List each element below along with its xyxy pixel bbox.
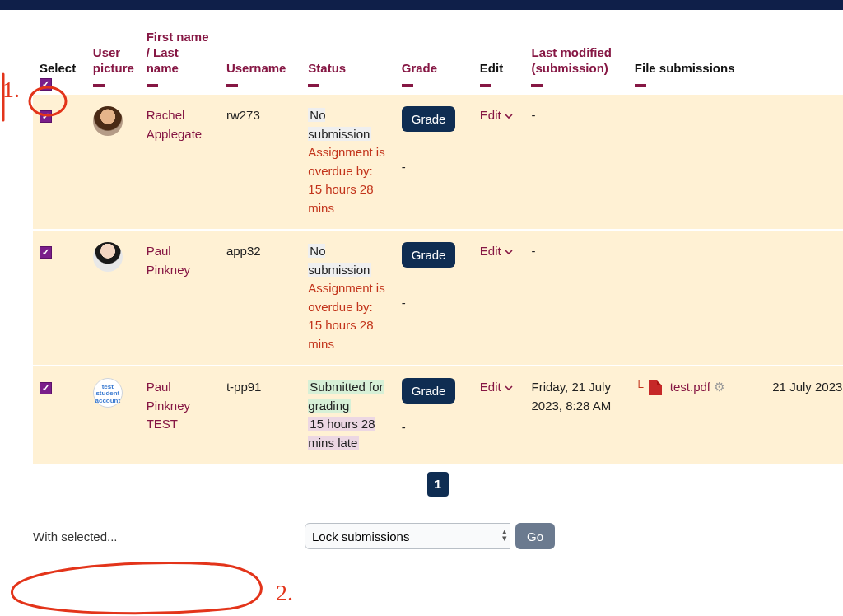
grade-cell: Grade -: [395, 230, 473, 366]
status-overdue: Assignment is overdue by: 15 hours 28 mi…: [308, 281, 384, 351]
avatar[interactable]: [93, 106, 123, 136]
col-grade-label: Grade: [402, 61, 437, 75]
extra-date-cell: 21 July 2023, 8: [766, 366, 843, 464]
col-modified-header[interactable]: Last modified (submission): [524, 25, 627, 94]
collapse-icon[interactable]: [226, 84, 238, 87]
col-name-header[interactable]: First name / Last name: [140, 25, 220, 94]
grade-button[interactable]: Grade: [402, 242, 456, 268]
col-username-label: Username: [226, 61, 286, 75]
student-name-link[interactable]: Paul Pinkney TEST: [147, 380, 190, 431]
submissions-table: Select User picture First name / Last na…: [33, 25, 843, 464]
edit-menu-link[interactable]: Edit: [480, 380, 513, 394]
with-selected-bar: With selected... Lock submissions ▴▾ Go: [33, 516, 843, 549]
row-checkbox[interactable]: [40, 246, 52, 259]
status-cell: No submission Assignment is overdue by: …: [301, 94, 394, 230]
tree-icon: └: [635, 380, 644, 394]
grade-value: -: [402, 158, 467, 177]
col-picture-header[interactable]: User picture: [86, 25, 140, 94]
grade-value: -: [402, 418, 467, 437]
chevron-down-icon: [505, 112, 513, 120]
status-overdue: Assignment is overdue by: 15 hours 28 mi…: [308, 145, 384, 215]
svg-text:2.: 2.: [276, 580, 293, 605]
with-selected-label: With selected...: [33, 530, 305, 544]
table-row: Rachel Applegate rw273 No submission Ass…: [33, 94, 843, 230]
files-cell: [628, 230, 766, 366]
col-select-label: Select: [40, 61, 76, 75]
status-late: 15 hours 28 mins late: [308, 417, 375, 450]
grade-button[interactable]: Grade: [402, 378, 456, 404]
top-nav-bar: [0, 0, 843, 10]
row-checkbox[interactable]: [40, 382, 52, 394]
page-current[interactable]: 1: [427, 472, 449, 497]
col-edit-header[interactable]: Edit: [473, 25, 525, 94]
grade-cell: Grade -: [395, 94, 473, 230]
col-extra-header: [766, 25, 843, 94]
avatar[interactable]: [93, 242, 123, 272]
collapse-icon[interactable]: [402, 84, 413, 87]
table-header-row: Select User picture First name / Last na…: [33, 25, 843, 94]
col-edit-label: Edit: [480, 61, 503, 75]
col-picture-label: User picture: [93, 45, 134, 75]
modified-cell: -: [524, 94, 627, 230]
col-files-label: File submissions: [635, 61, 735, 75]
modified-cell: Friday, 21 July 2023, 8:28 AM: [524, 366, 627, 464]
student-name-link[interactable]: Rachel Applegate: [147, 108, 203, 141]
status-submitted: Submitted for grading: [308, 380, 383, 413]
edit-menu-link[interactable]: Edit: [480, 108, 513, 122]
col-files-header[interactable]: File submissions: [628, 25, 766, 94]
col-select-header[interactable]: Select: [33, 25, 86, 94]
grade-cell: Grade -: [395, 366, 473, 464]
files-cell: [628, 94, 766, 230]
col-name-label: First name / Last name: [147, 30, 209, 75]
pagination: 1: [33, 472, 843, 497]
table-row: test student account Paul Pinkney TEST t…: [33, 366, 843, 464]
collapse-icon[interactable]: [480, 84, 491, 87]
student-name-link[interactable]: Paul Pinkney: [147, 244, 190, 277]
col-modified-label: Last modified (submission): [531, 45, 612, 75]
chevron-down-icon: [505, 384, 513, 392]
username-cell: t-pp91: [220, 366, 301, 464]
status-cell: No submission Assignment is overdue by: …: [301, 230, 394, 366]
col-grade-header[interactable]: Grade: [395, 25, 473, 94]
status-no-submission: No submission: [308, 244, 371, 277]
col-status-label: Status: [308, 61, 346, 75]
username-cell: app32: [220, 230, 301, 366]
col-status-header[interactable]: Status: [301, 25, 394, 94]
collapse-icon[interactable]: [635, 84, 646, 87]
collapse-icon[interactable]: [93, 84, 105, 87]
status-no-submission: No submission: [308, 108, 371, 141]
chevron-down-icon: [505, 248, 513, 256]
go-button[interactable]: Go: [515, 523, 555, 549]
table-row: Paul Pinkney app32 No submission Assignm…: [33, 230, 843, 366]
pdf-icon: [649, 380, 662, 395]
gear-icon[interactable]: ⚙: [714, 380, 724, 394]
annotation-2: 2.: [0, 558, 313, 616]
grade-value: -: [402, 294, 467, 313]
grade-button[interactable]: Grade: [402, 106, 456, 132]
row-checkbox[interactable]: [40, 110, 52, 123]
edit-menu-link[interactable]: Edit: [480, 244, 513, 258]
file-link[interactable]: test.pdf: [670, 380, 710, 394]
collapse-icon[interactable]: [147, 84, 158, 87]
col-username-header[interactable]: Username: [220, 25, 301, 94]
with-selected-action-select[interactable]: Lock submissions: [305, 523, 510, 549]
status-cell: Submitted for grading 15 hours 28 mins l…: [301, 366, 394, 464]
username-cell: rw273: [220, 94, 301, 230]
modified-cell: -: [524, 230, 627, 366]
avatar[interactable]: test student account: [93, 378, 123, 408]
collapse-icon[interactable]: [308, 84, 319, 87]
select-all-checkbox[interactable]: [40, 78, 52, 91]
files-cell: └ test.pdf ⚙: [628, 366, 766, 464]
collapse-icon[interactable]: [531, 84, 543, 87]
